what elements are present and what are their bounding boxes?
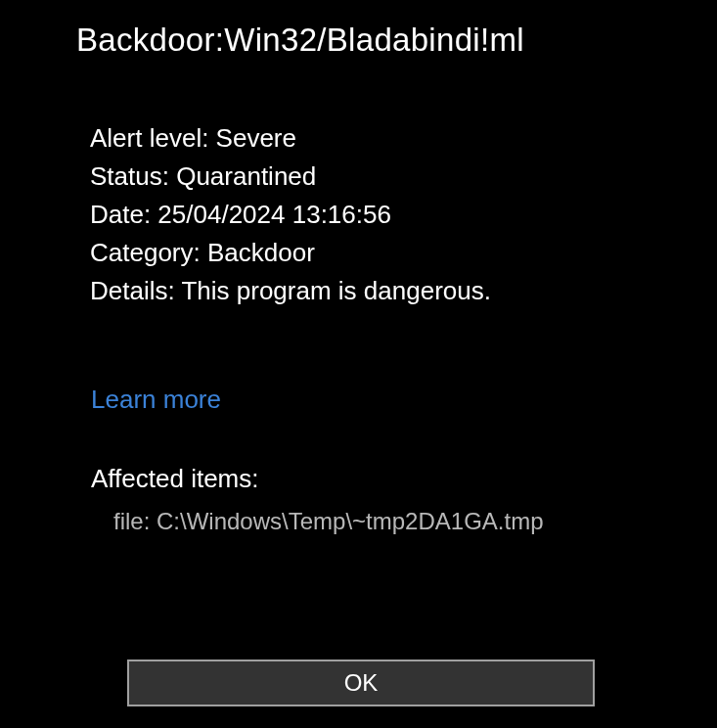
affected-items-label: Affected items: (0, 415, 717, 494)
threat-details-dialog: Backdoor:Win32/Bladabindi!ml Alert level… (0, 0, 717, 728)
alert-level-row: Alert level: Severe (90, 119, 717, 158)
learn-more-link[interactable]: Learn more (91, 385, 221, 415)
affected-file-path: file: C:\Windows\Temp\~tmp2DA1GA.tmp (0, 494, 717, 535)
details-description-row: Details: This program is dangerous. (90, 272, 717, 310)
status-row: Status: Quarantined (90, 158, 717, 196)
threat-details-section: Alert level: Severe Status: Quarantined … (0, 59, 717, 310)
threat-name-title: Backdoor:Win32/Bladabindi!ml (0, 0, 717, 59)
ok-button[interactable]: OK (127, 660, 595, 706)
category-row: Category: Backdoor (90, 234, 717, 272)
date-row: Date: 25/04/2024 13:16:56 (90, 196, 717, 234)
